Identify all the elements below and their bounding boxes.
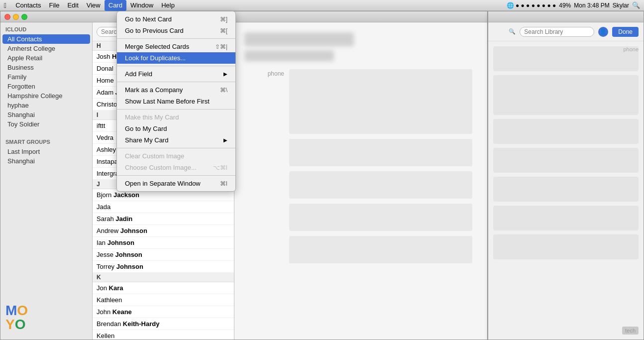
menu-bar:  ContactsFileEditViewCardWindowHelp 🌐 ●…	[0, 0, 644, 11]
menu-item-mark-company[interactable]: Mark as a Company⌘\	[117, 84, 235, 96]
rp-item-5	[493, 177, 639, 202]
menu-item-label-go-prev-card: Go to Previous Card	[125, 27, 184, 34]
sidebar-item-hampshire-college[interactable]: Hampshire College	[2, 91, 90, 101]
minimize-button[interactable]	[13, 14, 19, 20]
menubar-item-contacts[interactable]: Contacts	[11, 0, 45, 11]
clock: Mon 3:48 PM	[574, 2, 609, 9]
contacts-app-window: iCloud All ContactsAmherst CollegeApple …	[0, 11, 488, 340]
rp-item-2	[493, 75, 639, 115]
menubar-item-card[interactable]: Card	[105, 0, 126, 11]
sidebar-item-apple-retail[interactable]: Apple Retail	[2, 53, 90, 63]
menu-item-go-next-card[interactable]: Go to Next Card⌘]	[117, 13, 235, 25]
battery-status: 49%	[559, 2, 571, 9]
traffic-lights	[4, 14, 27, 20]
menubar-item-edit[interactable]: Edit	[63, 0, 82, 11]
menu-item-label-make-my-card: Make this My Card	[125, 113, 179, 121]
sidebar-smart-section: Smart Groups Last ImportShanghai	[0, 135, 92, 166]
contact-row-sarah-jadin[interactable]: Sarah Jadin	[93, 213, 234, 225]
menubar-item-help[interactable]: Help	[157, 0, 179, 11]
menu-item-go-my-card[interactable]: Go to My Card	[117, 123, 235, 134]
contact-row-kellen[interactable]: Kellen	[93, 330, 234, 340]
contact-row-jada[interactable]: Jada	[93, 201, 234, 213]
sidebar-item-hyphae[interactable]: hyphae	[2, 101, 90, 110]
menu-item-show-last-name[interactable]: Show Last Name Before First	[117, 96, 235, 107]
menu-shortcut-open-separate-window: ⌘I	[220, 180, 227, 187]
library-user-icon: 👤	[598, 27, 608, 37]
rp-item-4	[493, 148, 639, 173]
menu-shortcut-go-prev-card: ⌘[	[220, 27, 227, 34]
menu-item-merge-cards[interactable]: Merge Selected Cards⇧⌘|	[117, 41, 235, 52]
contact-row-kathleen[interactable]: Kathleen	[93, 294, 234, 306]
contact-row-brendan-keith-hardy[interactable]: Brendan Keith-Hardy	[93, 318, 234, 330]
sidebar-item-amherst-college[interactable]: Amherst College	[2, 44, 90, 53]
right-panel-body: tech phone	[488, 41, 644, 340]
sidebar-item-smart-shanghai[interactable]: Shanghai	[2, 156, 90, 166]
sidebar-smart-items: Last ImportShanghai	[0, 147, 92, 166]
sidebar-item-business[interactable]: Business	[2, 63, 90, 72]
rp-item-7	[493, 234, 639, 259]
contact-name-blurred	[244, 32, 354, 46]
sidebar-item-toy-soldier[interactable]: Toy Soldier	[2, 119, 90, 129]
field-label-3	[244, 171, 289, 172]
menu-item-open-separate-window[interactable]: Open in Separate Window⌘I	[117, 178, 235, 189]
contact-row-jon-kara[interactable]: Jon Kara	[93, 282, 234, 294]
menu-item-choose-custom-image: Choose Custom Image...⌥⌘I	[117, 162, 235, 173]
sidebar-item-shanghai[interactable]: Shanghai	[2, 110, 90, 119]
rp-item-6	[493, 206, 639, 230]
menu-item-label-go-my-card: Go to My Card	[125, 125, 167, 132]
main-content: phone	[234, 22, 487, 340]
menu-shortcut-choose-custom-image: ⌥⌘I	[213, 164, 227, 171]
sidebar-section-smart-groups: Smart Groups	[0, 135, 92, 147]
contact-name2-blurred	[244, 50, 334, 61]
contact-row-john-keane[interactable]: John Keane	[93, 306, 234, 318]
menu-item-look-duplicates[interactable]: Look for Duplicates...	[117, 52, 235, 64]
menubar-item-window[interactable]: Window	[126, 0, 157, 11]
field-label-5	[244, 236, 289, 237]
app-titlebar	[0, 11, 487, 22]
menu-item-make-my-card: Make this My Card	[117, 112, 235, 123]
menu-item-add-field[interactable]: Add Field▶	[117, 68, 235, 80]
menu-separator	[117, 109, 235, 110]
menubar-right: 🌐 ● ● ● ● ● ● ● ● 49% Mon 3:48 PM Skylar…	[507, 1, 640, 9]
menu-shortcut-merge-cards: ⇧⌘|	[215, 43, 227, 50]
contact-card: phone	[234, 22, 487, 340]
menu-item-clear-custom-image: Clear Custom Image	[117, 150, 235, 162]
menu-shortcut-go-next-card: ⌘]	[220, 16, 227, 23]
field-label-2	[244, 139, 289, 140]
apple-menu[interactable]: 	[4, 1, 6, 9]
sidebar-item-smart-last-import[interactable]: Last Import	[2, 147, 90, 156]
field-row-4	[244, 204, 477, 231]
menu-item-label-merge-cards: Merge Selected Cards	[125, 43, 189, 50]
menu-separator	[117, 148, 235, 148]
right-panel: 🔍 👤 Done tech phone	[488, 11, 644, 340]
sidebar-section-icloud: iCloud	[0, 22, 92, 34]
menubar-item-view[interactable]: View	[83, 0, 105, 11]
search-icon[interactable]: 🔍	[632, 1, 640, 9]
menubar-item-file[interactable]: File	[45, 0, 63, 11]
moyo-logo: M O Y O	[0, 296, 92, 340]
menu-separator	[117, 38, 235, 39]
close-button[interactable]	[4, 14, 10, 20]
done-button[interactable]: Done	[612, 27, 639, 37]
contact-row-jesse-johnson[interactable]: Jesse Johnson	[93, 249, 234, 261]
sidebar-item-family[interactable]: Family	[2, 72, 90, 82]
field-row-3	[244, 171, 477, 199]
menu-item-share-my-card[interactable]: Share My Card▶	[117, 134, 235, 146]
contact-row-andrew-johnson[interactable]: Andrew Johnson	[93, 225, 234, 237]
search-library-input[interactable]	[520, 27, 594, 37]
menu-item-label-add-field: Add Field	[125, 70, 152, 78]
user-name: Skylar	[613, 2, 629, 9]
rp-item-3	[493, 119, 639, 144]
contact-section-header-K: K	[93, 273, 234, 282]
menu-item-label-open-separate-window: Open in Separate Window	[125, 180, 201, 187]
sidebar-item-forgotten[interactable]: Forgotten	[2, 82, 90, 91]
sidebar-item-all-contacts[interactable]: All Contacts	[2, 34, 90, 44]
menu-item-label-choose-custom-image: Choose Custom Image...	[125, 164, 197, 171]
menu-separator	[117, 175, 235, 176]
maximize-button[interactable]	[21, 14, 27, 20]
contact-row-ian-johnson[interactable]: Ian Johnson	[93, 237, 234, 249]
contact-row-torrey-johnson[interactable]: Torrey Johnson	[93, 261, 234, 273]
sidebar: iCloud All ContactsAmherst CollegeApple …	[0, 22, 93, 340]
menu-item-label-go-next-card: Go to Next Card	[125, 15, 172, 23]
menu-item-go-prev-card[interactable]: Go to Previous Card⌘[	[117, 25, 235, 36]
